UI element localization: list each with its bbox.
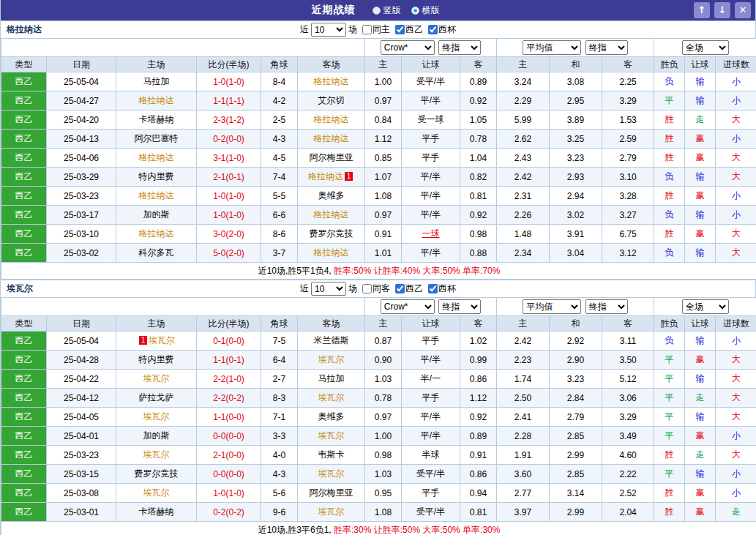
euro-odds-away: 2.04 <box>602 503 654 522</box>
away-team[interactable]: 埃瓦尔 <box>298 465 365 484</box>
home-team[interactable]: 埃瓦尔 <box>116 408 197 427</box>
move-up-button[interactable]: ↑ <box>694 2 710 18</box>
league-filter[interactable]: 西乙 <box>395 23 423 36</box>
home-team[interactable]: 加的斯 <box>116 206 197 225</box>
cup-checkbox[interactable] <box>428 25 438 34</box>
home-team[interactable]: 费罗尔竞技 <box>116 465 197 484</box>
score: 5-0(2-0) <box>197 244 261 263</box>
cup-filter[interactable]: 西杯 <box>428 23 456 36</box>
summary-rates: 胜率:50% 让胜率:40% 大率:50% 单率:70% <box>334 266 500 276</box>
same-venue-filter[interactable]: 同主 <box>362 23 390 36</box>
result-win-loss: 胜 <box>654 484 685 503</box>
away-team[interactable]: 费罗尔竞技 <box>298 225 365 244</box>
away-team[interactable]: 格拉纳达 <box>298 206 365 225</box>
score: 2-1(0-0) <box>197 446 261 465</box>
same-venue-filter[interactable]: 同客 <box>362 283 390 295</box>
away-team[interactable]: 埃瓦尔 <box>298 427 365 446</box>
match-date: 25-03-08 <box>47 484 116 503</box>
away-team[interactable]: 奥维多 <box>298 187 365 206</box>
same-venue-checkbox[interactable] <box>362 284 372 293</box>
match-row: 西乙 25-03-02 科尔多瓦 5-0(2-0) 3-7 格拉纳达 1.01 … <box>1 244 756 263</box>
home-team[interactable]: 加的斯 <box>116 427 197 446</box>
arrow-up-icon: ↑ <box>698 4 706 15</box>
score: 1-1(0-0) <box>197 408 261 427</box>
home-team[interactable]: 特内里费 <box>116 168 197 187</box>
home-team[interactable]: 卡塔赫纳 <box>116 503 197 522</box>
away-team[interactable]: 埃瓦尔 <box>298 389 365 408</box>
away-team[interactable]: 阿尔梅里亚 <box>298 149 365 168</box>
away-team[interactable]: 阿尔梅里亚 <box>298 484 365 503</box>
score: 1-0(1-0) <box>197 187 261 206</box>
match-date: 25-05-04 <box>47 72 116 91</box>
euro-odds-home: 2.41 <box>497 408 550 427</box>
layout-radio-horizontal[interactable]: 横版 <box>411 4 440 17</box>
league-badge: 西乙 <box>1 351 47 370</box>
layout-radio-vertical[interactable]: 竖版 <box>373 4 401 17</box>
match-row: 西乙 25-04-01 加的斯 0-0(0-0) 3-3 埃瓦尔 1.00 平/… <box>1 427 756 446</box>
away-team[interactable]: 格拉纳达 <box>298 111 365 130</box>
away-team[interactable]: 格拉纳达 <box>298 130 365 149</box>
home-team[interactable]: 埃瓦尔 <box>116 370 197 389</box>
close-button[interactable]: ✕ <box>735 2 751 18</box>
away-team[interactable]: 马拉加 <box>298 370 365 389</box>
match-count-select[interactable]: 10 <box>311 282 346 296</box>
home-team[interactable]: 埃瓦尔 <box>116 446 197 465</box>
league-badge: 西乙 <box>1 91 47 111</box>
move-down-button[interactable]: ↓ <box>714 2 730 18</box>
home-team[interactable]: 1埃瓦尔 <box>116 332 197 351</box>
euro-odds-home: 2.43 <box>497 149 550 168</box>
scope-select[interactable]: 全场 <box>682 299 729 314</box>
result-handicap: 赢 <box>685 149 716 168</box>
away-team[interactable]: 埃瓦尔 <box>298 351 365 370</box>
team-name: 埃瓦尔 <box>7 283 33 295</box>
home-team[interactable]: 萨拉戈萨 <box>116 389 197 408</box>
col-home: 主场 <box>116 316 197 332</box>
home-team[interactable]: 格拉纳达 <box>116 187 197 206</box>
match-count-select[interactable]: 10 <box>311 23 346 37</box>
result-handicap: 输 <box>685 465 716 484</box>
home-team[interactable]: 卡塔赫纳 <box>116 111 197 130</box>
asian-handicap: 一球 <box>402 225 460 244</box>
league-checkbox[interactable] <box>395 284 405 293</box>
home-team[interactable]: 格拉纳达 <box>116 149 197 168</box>
euro-odds-away: 3.29 <box>602 408 654 427</box>
home-team[interactable]: 马拉加 <box>116 72 197 91</box>
odds-company-select[interactable]: Crow* <box>381 299 435 314</box>
league-filter[interactable]: 西乙 <box>395 283 423 295</box>
euro-final-select[interactable]: 终指 <box>585 299 628 314</box>
league-checkbox[interactable] <box>395 25 405 34</box>
away-team[interactable]: 格拉纳达1 <box>298 168 365 187</box>
asian-handicap: 平手 <box>402 130 460 149</box>
away-team[interactable]: 埃瓦尔 <box>298 503 365 522</box>
away-team[interactable]: 韦斯卡 <box>298 446 365 465</box>
home-team[interactable]: 阿尔巴塞特 <box>116 130 197 149</box>
col-type: 类型 <box>1 57 47 72</box>
away-team[interactable]: 格拉纳达 <box>298 244 365 263</box>
euro-odds-away: 3.06 <box>602 389 654 408</box>
result-handicap: 赢 <box>685 225 716 244</box>
away-team[interactable]: 格拉纳达 <box>298 72 365 91</box>
match-date: 25-03-02 <box>47 244 116 263</box>
away-team[interactable]: 艾尔切 <box>298 91 365 111</box>
average-select[interactable]: 平均值 <box>523 40 581 55</box>
home-team[interactable]: 埃瓦尔 <box>116 484 197 503</box>
result-handicap: 赢 <box>685 130 716 149</box>
home-team[interactable]: 特内里费 <box>116 351 197 370</box>
result-win-loss: 负 <box>654 206 685 225</box>
average-select[interactable]: 平均值 <box>523 299 581 314</box>
odds-final-select[interactable]: 终指 <box>438 40 481 55</box>
layout-vertical-label: 竖版 <box>383 4 401 17</box>
home-team[interactable]: 格拉纳达 <box>116 225 197 244</box>
cup-filter[interactable]: 西杯 <box>428 283 456 295</box>
home-team[interactable]: 格拉纳达 <box>116 91 197 111</box>
cup-checkbox[interactable] <box>428 284 438 293</box>
away-team[interactable]: 奥维多 <box>298 408 365 427</box>
scope-select[interactable]: 全场 <box>682 40 729 55</box>
home-team[interactable]: 科尔多瓦 <box>116 244 197 263</box>
away-team[interactable]: 米兰德斯 <box>298 332 365 351</box>
euro-final-select[interactable]: 终指 <box>585 40 628 55</box>
odds-company-select[interactable]: Crow* <box>381 40 435 55</box>
result-handicap: 输 <box>685 332 716 351</box>
same-venue-checkbox[interactable] <box>362 25 372 34</box>
odds-final-select[interactable]: 终指 <box>438 299 481 314</box>
